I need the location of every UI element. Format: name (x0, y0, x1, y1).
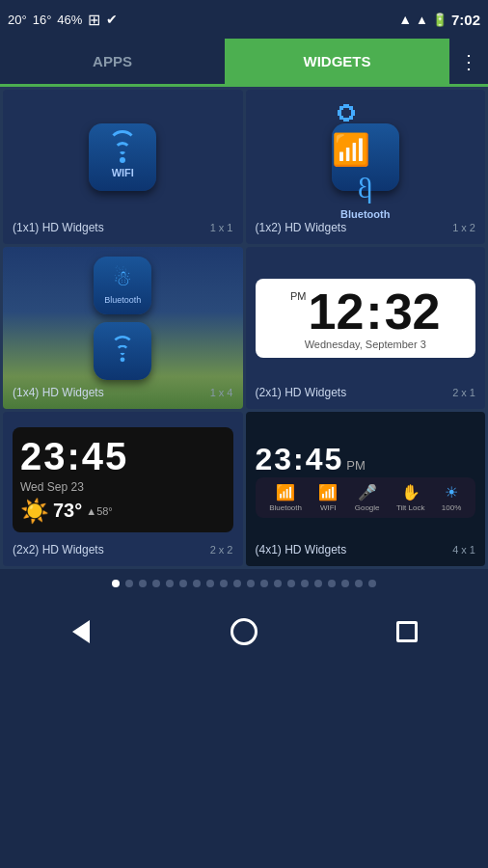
clock-ampm: PM (290, 290, 307, 302)
hd-mic-icon: 🎤 (358, 483, 377, 502)
hd-bt-icon: 📶 (276, 483, 295, 502)
clock-colon: : (366, 286, 382, 337)
hd-bar-container: 23:45 PM 📶 Bluetooth 📶 WIFI (256, 442, 476, 518)
dot-11 (260, 580, 268, 587)
temp-low: 16° (33, 13, 52, 27)
dot-5 (179, 580, 187, 587)
battery-icon: 🔋 (432, 13, 447, 27)
status-bar: 20° 16° 46% ⊞ ✔ ▲ ▲ 🔋 7:02 (0, 0, 488, 39)
dot-19 (368, 580, 376, 587)
widget-cell-4x1[interactable]: 23:45 PM 📶 Bluetooth 📶 WIFI (246, 412, 486, 566)
widget-preview-bt: ⭘ 📶 β Bluetooth (256, 99, 476, 215)
battery-pct: 46% (57, 13, 82, 27)
widget-size-1x2: 1 x 2 (452, 222, 475, 233)
hd-bar-icons: 📶 Bluetooth 📶 WIFI 🎤 Google ✋ (256, 477, 476, 518)
weather-temp: 73° (53, 500, 82, 522)
widget-name-1x2: (1x2) HD Widgets (256, 221, 347, 234)
hd-bar-item-google: 🎤 Google (355, 483, 380, 512)
recents-button[interactable] (383, 608, 431, 656)
hd-wifi-label: WIFI (320, 503, 337, 512)
widget-cell-2x2[interactable]: 23:45 Wed Sep 23 ☀️ 73° ▲58° (2x2) HD Wi… (3, 412, 243, 566)
wifi-dot-s (121, 357, 125, 362)
hd-bar-clock: 23:45 PM (256, 442, 476, 477)
widget-cell-1x1[interactable]: WIFI (1x1) HD Widgets 1 x 1 (3, 90, 243, 244)
widget-cell-2x1[interactable]: PM 12 : 32 Wednesday, September 3 (2x1) … (246, 247, 486, 409)
dot-10 (247, 580, 255, 587)
widget-info-4x1: (4x1) HD Widgets 4 x 1 (256, 543, 476, 556)
dot-18 (355, 580, 363, 587)
more-menu-button[interactable]: ⋮ (449, 39, 488, 84)
bt-char: ☃ (113, 266, 132, 291)
tab-bar: APPS WIDGETS ⋮ (0, 39, 488, 87)
dot-3 (152, 580, 160, 587)
widget-cell-1x4[interactable]: ☃ Bluetooth (1x4) HD Widgets 1 x 4 (3, 247, 243, 409)
dot-2 (139, 580, 147, 587)
hd-bar-row: 📶 Bluetooth 📶 WIFI 🎤 Google ✋ (261, 483, 471, 512)
back-icon (72, 620, 90, 643)
bt-label: Bluetooth (340, 208, 390, 220)
dot-16 (328, 580, 336, 587)
hd-sun-icon: ☀ (445, 483, 458, 502)
widget-size-1x1: 1 x 1 (210, 222, 233, 233)
widget-info-2x2: (2x2) HD Widgets 2 x 2 (13, 543, 233, 556)
widget-preview-wifi: WIFI (13, 99, 233, 215)
clock-hour: 12 (308, 286, 364, 337)
clock-row: PM 12 : 32 (267, 286, 465, 337)
wifi-widget-icon: WIFI (89, 123, 156, 191)
hd-bright-label: 100% (442, 503, 461, 512)
widget-name-4x1: (4x1) HD Widgets (256, 543, 347, 556)
nav-bar (0, 598, 488, 665)
home-icon (230, 618, 258, 645)
widget-name-1x4: (1x4) HD Widgets (13, 386, 104, 399)
widget-size-1x4: 1 x 4 (210, 387, 233, 398)
dot-12 (274, 580, 282, 587)
wifi-small-icon (94, 322, 151, 380)
tab-widgets[interactable]: WIDGETS (225, 39, 449, 84)
check-icon: ✔ (106, 12, 118, 27)
clock-date: Wednesday, September 3 (267, 339, 465, 350)
widget-grid: WIFI (1x1) HD Widgets 1 x 1 ⭘ 📶 β Blueto… (0, 87, 488, 569)
recents-icon (396, 621, 418, 642)
dot-0 (112, 580, 120, 587)
wifi-dot (120, 157, 125, 163)
bt-small-icon: ☃ Bluetooth (94, 257, 151, 314)
widget-info-1x2: (1x2) HD Widgets 1 x 2 (256, 221, 476, 234)
dot-13 (287, 580, 295, 587)
clock2-weather: ☀️ 73° ▲58° (20, 498, 226, 525)
hd-tilt-label: Tilt Lock (396, 503, 425, 512)
clock-dark-widget: 23:45 Wed Sep 23 ☀️ 73° ▲58° (13, 427, 233, 532)
home-button[interactable] (220, 608, 268, 656)
hd-bar-item-bright: ☀ 100% (442, 483, 461, 512)
widget-size-2x1: 2 x 1 (452, 387, 475, 398)
widget-info-1x4: (1x4) HD Widgets 1 x 4 (13, 386, 233, 399)
hd-wifi-icon: 📶 (318, 483, 338, 502)
tab-apps[interactable]: APPS (0, 39, 225, 84)
hd-hand-icon: ✋ (401, 483, 420, 502)
back-button[interactable] (57, 608, 105, 656)
widget-size-4x1: 4 x 1 (452, 544, 475, 556)
signal-icon: ▲ (416, 13, 428, 27)
dot-9 (233, 580, 241, 587)
hd-google-label: Google (355, 503, 380, 512)
widget-size-2x2: 2 x 2 (210, 544, 233, 556)
widget-name-2x2: (2x2) HD Widgets (13, 543, 104, 556)
hd-bar-item-bt: 📶 Bluetooth (269, 483, 302, 512)
status-left: 20° 16° 46% ⊞ ✔ (8, 11, 118, 29)
bluetooth-symbol: ⭘ 📶 (332, 95, 399, 168)
widget-cell-1x2[interactable]: ⭘ 📶 β Bluetooth (1x2) HD Widgets 1 x 2 (246, 90, 486, 244)
hd-time: 23:45 (256, 442, 344, 477)
weather-high: ▲58° (86, 505, 113, 517)
status-right: ▲ ▲ 🔋 7:02 (398, 12, 480, 28)
wifi-label: WIFI (112, 167, 134, 178)
weather-sun-icon: ☀️ (20, 498, 49, 525)
widget-preview-clock-dark: 23:45 Wed Sep 23 ☀️ 73° ▲58° (13, 421, 233, 537)
widget-name-1x1: (1x1) HD Widgets (13, 221, 104, 234)
bt-icon-char: β (358, 172, 372, 204)
tall-widget: ☃ Bluetooth (94, 257, 151, 380)
dot-6 (193, 580, 201, 587)
widget-info-2x1: (2x1) HD Widgets 2 x 1 (256, 386, 476, 399)
temp-high: 20° (8, 13, 27, 27)
wifi-symbol (105, 136, 140, 163)
launcher-icon: ⊞ (88, 11, 100, 29)
dot-17 (341, 580, 349, 587)
